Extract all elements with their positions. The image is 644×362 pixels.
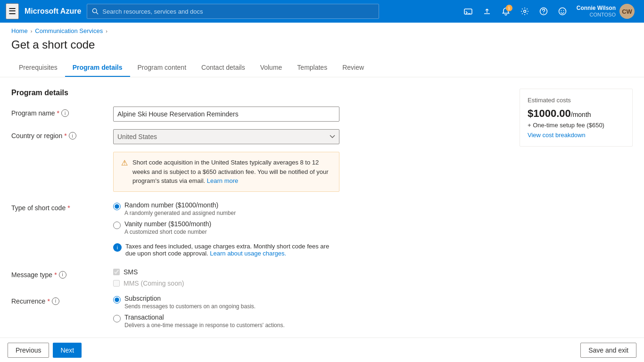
tab-program-content[interactable]: Program content — [130, 59, 194, 77]
warning-box: ⚠ Short code acquisition in the United S… — [113, 152, 339, 192]
checkbox-sms-input[interactable] — [113, 269, 120, 275]
gear-icon — [520, 7, 529, 16]
radio-subscription-label[interactable]: Subscription — [124, 295, 256, 302]
type-radio-group: Random number ($1000/month) A randomly g… — [113, 201, 339, 261]
radio-transactional-label[interactable]: Transactional — [124, 313, 285, 321]
section-title: Program details — [11, 89, 508, 97]
radio-random-label-block: Random number ($1000/month) A randomly g… — [124, 201, 236, 216]
radio-subscription-desc: Sends messages to customers on an ongoin… — [124, 303, 256, 310]
radio-subscription-input[interactable] — [113, 296, 121, 304]
cloud-shell-icon — [464, 7, 472, 16]
search-bar[interactable] — [87, 4, 379, 19]
notification-badge: 1 — [506, 5, 512, 11]
tab-program-details[interactable]: Program details — [65, 59, 130, 77]
mms-label[interactable]: MMS (Coming soon) — [124, 280, 184, 287]
brand-logo: Microsoft Azure — [25, 7, 81, 16]
svg-point-9 — [563, 10, 564, 11]
user-name: Connie Wilson — [577, 5, 616, 11]
type-row: Type of short code * Random number ($100… — [11, 201, 508, 261]
save-exit-button[interactable]: Save and exit — [580, 343, 636, 358]
message-type-label: Message type * i — [11, 268, 106, 279]
breadcrumb-service[interactable]: Communication Services — [35, 27, 103, 34]
tab-contact-details[interactable]: Contact details — [194, 59, 253, 77]
feedback-button[interactable] — [554, 3, 571, 20]
svg-line-1 — [97, 12, 99, 14]
tab-review[interactable]: Review — [335, 59, 372, 77]
user-org: CONTOSO — [577, 12, 616, 18]
warning-learn-more-link[interactable]: Learn more — [207, 177, 238, 184]
message-type-row: Message type * i SMS MMS (Coming soon) — [11, 268, 508, 287]
user-info: Connie Wilson CONTOSO — [577, 5, 616, 18]
required-star-type: * — [67, 204, 70, 212]
nav-icons: 1 Connie Wilson — [460, 3, 638, 20]
radio-vanity-input[interactable] — [113, 222, 121, 229]
recurrence-radio-group: Subscription Sends messages to customers… — [113, 295, 339, 329]
radio-random-label[interactable]: Random number ($1000/month) — [124, 201, 236, 209]
radio-random-input[interactable] — [113, 203, 121, 210]
user-menu[interactable]: Connie Wilson CONTOSO CW — [573, 4, 638, 19]
info-note-icon: i — [113, 243, 122, 252]
top-nav: ☰ Microsoft Azure 1 — [0, 0, 644, 23]
program-name-row: Program name * i — [11, 107, 508, 122]
radio-transactional: Transactional Delivers a one-time messag… — [113, 313, 339, 329]
usage-charges-link[interactable]: Learn about usage charges. — [210, 250, 286, 257]
radio-vanity-label-block: Vanity number ($1500/month) A customized… — [124, 220, 211, 235]
country-input-area: United States — [113, 129, 339, 144]
question-icon — [539, 7, 548, 16]
program-name-input[interactable] — [113, 107, 339, 122]
help-button[interactable] — [535, 3, 552, 20]
svg-point-4 — [523, 10, 526, 13]
breadcrumb-sep-2: › — [106, 28, 107, 34]
cloud-shell-button[interactable] — [460, 3, 477, 20]
country-info-icon[interactable]: i — [69, 132, 76, 140]
required-star-name: * — [57, 109, 59, 117]
cost-breakdown-link[interactable]: View cost breakdown — [528, 132, 625, 139]
bottom-bar: Previous Next Save and exit — [0, 337, 644, 362]
required-star-rec: * — [47, 297, 50, 305]
form-section: Program details Program name * i Country… — [11, 89, 508, 354]
message-type-info-icon[interactable]: i — [59, 271, 66, 279]
country-row: Country or region * i United States — [11, 129, 508, 144]
upload-icon — [483, 7, 491, 16]
required-star-country: * — [64, 132, 66, 140]
country-select[interactable]: United States — [113, 129, 339, 144]
upload-button[interactable] — [479, 3, 495, 20]
checkbox-mms: MMS (Coming soon) — [113, 280, 339, 287]
hamburger-button[interactable]: ☰ — [6, 3, 19, 19]
breadcrumb: Home › Communication Services › — [0, 23, 644, 36]
main-wrapper: Home › Communication Services › Get a sh… — [0, 23, 644, 362]
tab-templates[interactable]: Templates — [289, 59, 335, 77]
program-name-input-area — [113, 107, 339, 122]
tab-volume[interactable]: Volume — [253, 59, 290, 77]
radio-random: Random number ($1000/month) A randomly g… — [113, 201, 339, 216]
radio-transactional-input[interactable] — [113, 315, 121, 322]
program-name-label: Program name * i — [11, 107, 106, 117]
program-name-info-icon[interactable]: i — [61, 109, 69, 117]
cost-onetime: + One-time setup fee ($650) — [528, 122, 625, 129]
next-button[interactable]: Next — [53, 343, 82, 358]
recurrence-info-icon[interactable]: i — [52, 297, 59, 305]
cost-period: /month — [571, 111, 591, 118]
tabs-bar: Prerequisites Program details Program co… — [0, 59, 644, 77]
checkbox-mms-input[interactable] — [113, 280, 120, 287]
svg-point-8 — [561, 10, 561, 11]
radio-subscription-label-block: Subscription Sends messages to customers… — [124, 295, 256, 310]
message-type-checkbox-group: SMS MMS (Coming soon) — [113, 268, 339, 287]
message-type-input-area: SMS MMS (Coming soon) — [113, 268, 339, 287]
radio-vanity-label[interactable]: Vanity number ($1500/month) — [124, 220, 211, 228]
breadcrumb-home[interactable]: Home — [11, 27, 28, 34]
type-label: Type of short code * — [11, 201, 106, 212]
cost-panel: Estimated costs $1000.00/month + One-tim… — [520, 89, 633, 147]
cost-title: Estimated costs — [528, 97, 625, 104]
sms-label[interactable]: SMS — [124, 268, 138, 276]
radio-vanity-desc: A customized short code number — [124, 229, 211, 235]
previous-button[interactable]: Previous — [8, 343, 49, 358]
tab-prerequisites[interactable]: Prerequisites — [11, 59, 65, 77]
search-input[interactable] — [102, 8, 374, 15]
notifications-button[interactable]: 1 — [497, 3, 514, 20]
settings-button[interactable] — [516, 3, 533, 20]
radio-subscription: Subscription Sends messages to customers… — [113, 295, 339, 310]
required-star-msg: * — [54, 271, 57, 279]
cost-amount: $1000.00 — [528, 107, 571, 119]
svg-point-6 — [543, 13, 544, 14]
